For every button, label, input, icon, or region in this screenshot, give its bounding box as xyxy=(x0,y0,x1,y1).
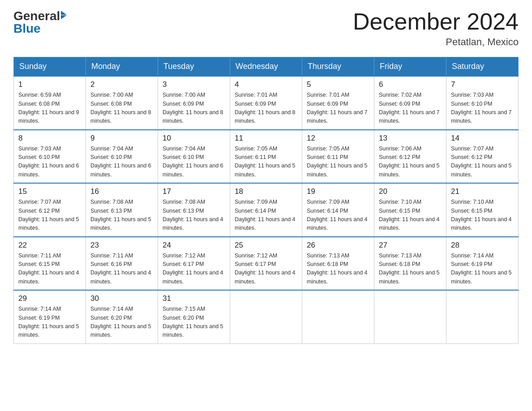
calendar-cell: 15 Sunrise: 7:07 AMSunset: 6:12 PMDaylig… xyxy=(14,183,86,237)
calendar-header-saturday: Saturday xyxy=(446,57,519,77)
calendar-week-1: 1 Sunrise: 6:59 AMSunset: 6:08 PMDayligh… xyxy=(14,76,519,130)
calendar-cell: 19 Sunrise: 7:09 AMSunset: 6:14 PMDaylig… xyxy=(302,183,374,237)
day-number: 14 xyxy=(451,134,514,143)
day-info: Sunrise: 7:02 AMSunset: 6:09 PMDaylight:… xyxy=(379,91,442,126)
calendar-cell: 25 Sunrise: 7:12 AMSunset: 6:17 PMDaylig… xyxy=(230,237,302,291)
calendar-cell: 8 Sunrise: 7:03 AMSunset: 6:10 PMDayligh… xyxy=(14,130,86,184)
calendar-cell xyxy=(230,290,302,343)
calendar-cell: 9 Sunrise: 7:04 AMSunset: 6:10 PMDayligh… xyxy=(86,130,158,184)
day-info: Sunrise: 7:05 AMSunset: 6:11 PMDaylight:… xyxy=(235,145,297,180)
location: Petatlan, Mexico xyxy=(353,36,519,48)
calendar-cell xyxy=(374,290,446,343)
calendar-cell: 14 Sunrise: 7:07 AMSunset: 6:12 PMDaylig… xyxy=(446,130,519,184)
calendar-cell: 13 Sunrise: 7:06 AMSunset: 6:12 PMDaylig… xyxy=(374,130,446,184)
day-number: 26 xyxy=(307,241,369,250)
day-info: Sunrise: 7:08 AMSunset: 6:13 PMDaylight:… xyxy=(163,198,225,233)
day-number: 27 xyxy=(379,241,442,250)
calendar-cell xyxy=(446,290,519,343)
day-info: Sunrise: 7:14 AMSunset: 6:20 PMDaylight:… xyxy=(90,305,153,340)
day-info: Sunrise: 7:13 AMSunset: 6:18 PMDaylight:… xyxy=(379,252,442,287)
calendar-cell: 22 Sunrise: 7:11 AMSunset: 6:15 PMDaylig… xyxy=(14,237,86,291)
day-number: 9 xyxy=(90,134,153,143)
day-number: 4 xyxy=(235,80,297,89)
calendar-cell: 31 Sunrise: 7:15 AMSunset: 6:20 PMDaylig… xyxy=(158,290,230,343)
calendar-header-tuesday: Tuesday xyxy=(158,57,230,77)
calendar-cell: 5 Sunrise: 7:01 AMSunset: 6:09 PMDayligh… xyxy=(302,76,374,130)
day-number: 5 xyxy=(307,80,369,89)
day-number: 22 xyxy=(18,241,81,250)
calendar-header-friday: Friday xyxy=(374,57,446,77)
calendar-cell: 20 Sunrise: 7:10 AMSunset: 6:15 PMDaylig… xyxy=(374,183,446,237)
day-info: Sunrise: 7:06 AMSunset: 6:12 PMDaylight:… xyxy=(379,145,442,180)
calendar-header-sunday: Sunday xyxy=(14,57,86,77)
day-info: Sunrise: 7:00 AMSunset: 6:08 PMDaylight:… xyxy=(90,91,153,126)
page-header: General Blue December 2024 Petatlan, Mex… xyxy=(13,9,519,48)
day-number: 10 xyxy=(163,134,225,143)
day-info: Sunrise: 7:14 AMSunset: 6:19 PMDaylight:… xyxy=(18,305,81,340)
day-info: Sunrise: 7:03 AMSunset: 6:10 PMDaylight:… xyxy=(18,145,81,180)
day-number: 11 xyxy=(235,134,297,143)
day-info: Sunrise: 7:07 AMSunset: 6:12 PMDaylight:… xyxy=(18,198,81,233)
day-number: 18 xyxy=(235,187,297,196)
day-info: Sunrise: 7:01 AMSunset: 6:09 PMDaylight:… xyxy=(235,91,297,126)
calendar-cell: 12 Sunrise: 7:05 AMSunset: 6:11 PMDaylig… xyxy=(302,130,374,184)
calendar-cell: 3 Sunrise: 7:00 AMSunset: 6:09 PMDayligh… xyxy=(158,76,230,130)
day-info: Sunrise: 7:09 AMSunset: 6:14 PMDaylight:… xyxy=(307,198,369,233)
day-info: Sunrise: 7:12 AMSunset: 6:17 PMDaylight:… xyxy=(235,252,297,287)
logo: General Blue xyxy=(13,9,67,36)
calendar-cell: 7 Sunrise: 7:03 AMSunset: 6:10 PMDayligh… xyxy=(446,76,519,130)
day-info: Sunrise: 7:10 AMSunset: 6:15 PMDaylight:… xyxy=(451,198,514,233)
calendar-week-4: 22 Sunrise: 7:11 AMSunset: 6:15 PMDaylig… xyxy=(14,237,519,291)
calendar-week-2: 8 Sunrise: 7:03 AMSunset: 6:10 PMDayligh… xyxy=(14,130,519,184)
day-info: Sunrise: 7:04 AMSunset: 6:10 PMDaylight:… xyxy=(163,145,225,180)
calendar-cell: 4 Sunrise: 7:01 AMSunset: 6:09 PMDayligh… xyxy=(230,76,302,130)
calendar-cell: 24 Sunrise: 7:12 AMSunset: 6:17 PMDaylig… xyxy=(158,237,230,291)
day-info: Sunrise: 7:09 AMSunset: 6:14 PMDaylight:… xyxy=(235,198,297,233)
day-info: Sunrise: 7:00 AMSunset: 6:09 PMDaylight:… xyxy=(163,91,225,126)
day-info: Sunrise: 7:10 AMSunset: 6:15 PMDaylight:… xyxy=(379,198,442,233)
day-info: Sunrise: 7:05 AMSunset: 6:11 PMDaylight:… xyxy=(307,145,369,180)
day-number: 3 xyxy=(163,80,225,89)
day-number: 2 xyxy=(90,80,153,89)
calendar-cell xyxy=(302,290,374,343)
calendar-cell: 28 Sunrise: 7:14 AMSunset: 6:19 PMDaylig… xyxy=(446,237,519,291)
day-number: 1 xyxy=(18,80,81,89)
day-number: 24 xyxy=(163,241,225,250)
day-number: 30 xyxy=(90,294,153,303)
day-info: Sunrise: 7:12 AMSunset: 6:17 PMDaylight:… xyxy=(163,252,225,287)
day-number: 13 xyxy=(379,134,442,143)
calendar-cell: 21 Sunrise: 7:10 AMSunset: 6:15 PMDaylig… xyxy=(446,183,519,237)
calendar-cell: 29 Sunrise: 7:14 AMSunset: 6:19 PMDaylig… xyxy=(14,290,86,343)
day-number: 15 xyxy=(18,187,81,196)
day-number: 12 xyxy=(307,134,369,143)
calendar-week-3: 15 Sunrise: 7:07 AMSunset: 6:12 PMDaylig… xyxy=(14,183,519,237)
calendar-week-5: 29 Sunrise: 7:14 AMSunset: 6:19 PMDaylig… xyxy=(14,290,519,343)
day-number: 31 xyxy=(163,294,225,303)
day-number: 7 xyxy=(451,80,514,89)
calendar-cell: 11 Sunrise: 7:05 AMSunset: 6:11 PMDaylig… xyxy=(230,130,302,184)
calendar-header-thursday: Thursday xyxy=(302,57,374,77)
day-number: 16 xyxy=(90,187,153,196)
calendar-header-wednesday: Wednesday xyxy=(230,57,302,77)
day-number: 25 xyxy=(235,241,297,250)
day-info: Sunrise: 7:04 AMSunset: 6:10 PMDaylight:… xyxy=(90,145,153,180)
day-info: Sunrise: 7:08 AMSunset: 6:13 PMDaylight:… xyxy=(90,198,153,233)
calendar-header-monday: Monday xyxy=(86,57,158,77)
day-info: Sunrise: 7:14 AMSunset: 6:19 PMDaylight:… xyxy=(451,252,514,287)
title-section: December 2024 Petatlan, Mexico xyxy=(353,9,519,48)
day-number: 21 xyxy=(451,187,514,196)
logo-blue: Blue xyxy=(13,21,41,36)
day-number: 17 xyxy=(163,187,225,196)
day-info: Sunrise: 7:11 AMSunset: 6:15 PMDaylight:… xyxy=(18,252,81,287)
calendar-cell: 18 Sunrise: 7:09 AMSunset: 6:14 PMDaylig… xyxy=(230,183,302,237)
calendar-cell: 23 Sunrise: 7:11 AMSunset: 6:16 PMDaylig… xyxy=(86,237,158,291)
day-number: 20 xyxy=(379,187,442,196)
day-number: 29 xyxy=(18,294,81,303)
calendar-cell: 10 Sunrise: 7:04 AMSunset: 6:10 PMDaylig… xyxy=(158,130,230,184)
month-title: December 2024 xyxy=(353,9,519,34)
calendar-table: SundayMondayTuesdayWednesdayThursdayFrid… xyxy=(13,57,519,344)
day-info: Sunrise: 7:11 AMSunset: 6:16 PMDaylight:… xyxy=(90,252,153,287)
calendar-header-row: SundayMondayTuesdayWednesdayThursdayFrid… xyxy=(14,57,519,77)
day-info: Sunrise: 6:59 AMSunset: 6:08 PMDaylight:… xyxy=(18,91,81,126)
calendar-cell: 6 Sunrise: 7:02 AMSunset: 6:09 PMDayligh… xyxy=(374,76,446,130)
